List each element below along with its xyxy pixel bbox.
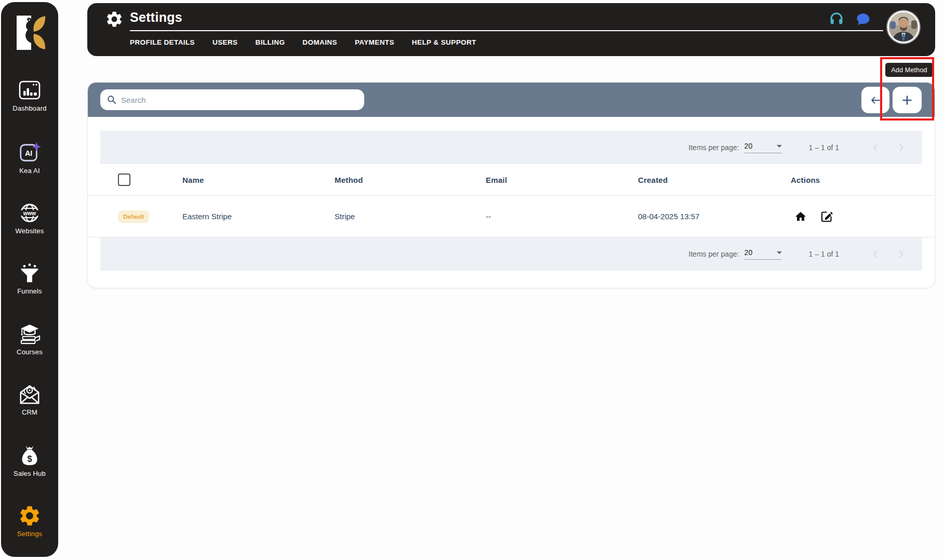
items-per-page-label: Items per page:: [688, 250, 739, 258]
sidebar-item-label: Funnels: [17, 287, 42, 295]
sidebar-item-kea-ai[interactable]: AI Kea AI: [1, 141, 58, 175]
kea-ai-icon: AI: [18, 141, 41, 164]
settings-gear-icon: [105, 10, 124, 31]
avatar-photo: [889, 12, 918, 42]
add-method-tooltip: Add Method: [885, 63, 933, 77]
table-header-row: Name Method Email Created Actions: [88, 164, 935, 196]
sidebar-item-courses[interactable]: Courses: [1, 323, 58, 356]
paginator-top: Items per page: 20 1 – 1 of 1: [100, 131, 922, 164]
settings-tabs: PROFILE DETAILS USERS BILLING DOMAINS PA…: [130, 38, 476, 46]
user-avatar[interactable]: [887, 11, 920, 43]
sidebar-item-label: Dashboard: [12, 104, 46, 112]
kea-logo[interactable]: [1, 14, 58, 52]
sidebar-item-label: Settings: [17, 530, 43, 538]
page-nav: [869, 141, 908, 154]
items-per-page-label: Items per page:: [688, 143, 739, 152]
sidebar-item-label: Kea AI: [19, 167, 40, 175]
add-method-button[interactable]: [893, 87, 922, 113]
paginator-bottom: Items per page: 20 1 – 1 of 1: [100, 237, 922, 271]
next-page-button[interactable]: [895, 248, 908, 260]
settings-icon: [18, 504, 42, 527]
page-size-value: 20: [744, 142, 753, 150]
page-size-select[interactable]: 20: [744, 142, 782, 153]
search-input[interactable]: [121, 96, 358, 104]
tab-billing[interactable]: BILLING: [256, 38, 285, 46]
column-header-name: Name: [182, 164, 204, 195]
payment-methods-panel: Items per page: 20 1 – 1 of 1 Name Metho…: [87, 82, 935, 288]
sidebar: Dashboard AI Kea AI www: [1, 2, 58, 557]
plus-icon: [901, 94, 913, 106]
page-title: Settings: [130, 10, 182, 25]
back-button[interactable]: [861, 87, 889, 113]
search-icon: [107, 95, 117, 105]
sidebar-item-settings[interactable]: Settings: [1, 504, 58, 538]
courses-icon: [18, 323, 41, 345]
sidebar-item-label: Websites: [16, 227, 44, 235]
next-page-button[interactable]: [895, 141, 908, 154]
column-header-created: Created: [638, 164, 668, 195]
edit-icon: [820, 210, 833, 223]
arrow-left-icon: [869, 94, 882, 106]
chevron-down-icon: [777, 145, 782, 148]
sidebar-item-sales-hub[interactable]: $ Sales Hub: [1, 444, 58, 477]
default-badge: Default: [118, 210, 149, 223]
table-toolbar: [88, 83, 935, 117]
table-row[interactable]: Default Eastern Stripe Stripe -- 08-04-2…: [88, 196, 935, 237]
cell-created: 08-04-2025 13:57: [638, 196, 699, 237]
edit-button[interactable]: [820, 196, 833, 237]
page-range-label: 1 – 1 of 1: [809, 250, 839, 258]
chevron-down-icon: [777, 251, 782, 254]
page-range-label: 1 – 1 of 1: [809, 143, 839, 152]
previous-page-button[interactable]: [869, 248, 882, 260]
sidebar-item-label: Courses: [17, 348, 43, 356]
sidebar-item-crm[interactable]: CRM: [1, 383, 58, 416]
websites-icon: www: [19, 202, 41, 224]
chat-button[interactable]: [855, 11, 871, 28]
kea-bird-logo-icon: [13, 14, 46, 52]
app-root: Dashboard AI Kea AI www: [0, 0, 944, 560]
svg-text:AI: AI: [25, 149, 32, 157]
set-default-home-button[interactable]: [794, 196, 807, 237]
cell-email: --: [486, 196, 491, 237]
search-box: [100, 89, 364, 110]
dashboard-icon: [18, 79, 41, 102]
column-header-actions: Actions: [791, 164, 820, 195]
svg-text:www: www: [23, 210, 36, 216]
page-size-select[interactable]: 20: [744, 248, 782, 260]
cell-name: Eastern Stripe: [182, 196, 232, 237]
column-header-email: Email: [486, 164, 507, 195]
tab-payments[interactable]: PAYMENTS: [355, 38, 394, 46]
svg-text:$: $: [27, 454, 32, 463]
column-header-method: Method: [335, 164, 363, 195]
tab-help-support[interactable]: HELP & SUPPORT: [412, 38, 476, 46]
chat-bubble-icon: [856, 12, 871, 27]
cell-method: Stripe: [335, 196, 355, 237]
page-size-value: 20: [744, 248, 753, 257]
page-nav: [869, 248, 908, 260]
sidebar-item-label: CRM: [22, 408, 37, 416]
sales-hub-icon: $: [19, 444, 40, 467]
crm-icon: [18, 383, 41, 406]
sidebar-item-funnels[interactable]: Funnels: [1, 262, 58, 295]
home-icon: [794, 210, 807, 223]
sidebar-item-label: Sales Hub: [14, 470, 46, 477]
previous-page-button[interactable]: [869, 141, 882, 154]
tab-profile-details[interactable]: PROFILE DETAILS: [130, 38, 195, 46]
select-all-checkbox[interactable]: [118, 174, 130, 186]
headset-icon: [829, 11, 844, 27]
sidebar-item-websites[interactable]: www Websites: [1, 202, 58, 235]
title-underline: [130, 30, 883, 31]
support-headset-button[interactable]: [828, 11, 845, 28]
sidebar-item-dashboard[interactable]: Dashboard: [1, 79, 58, 112]
tab-domains[interactable]: DOMAINS: [302, 38, 337, 46]
header-panel: Settings PROFILE DETAILS USERS BILLING D…: [87, 3, 935, 56]
funnels-icon: [19, 262, 40, 285]
tab-users[interactable]: USERS: [212, 38, 238, 46]
